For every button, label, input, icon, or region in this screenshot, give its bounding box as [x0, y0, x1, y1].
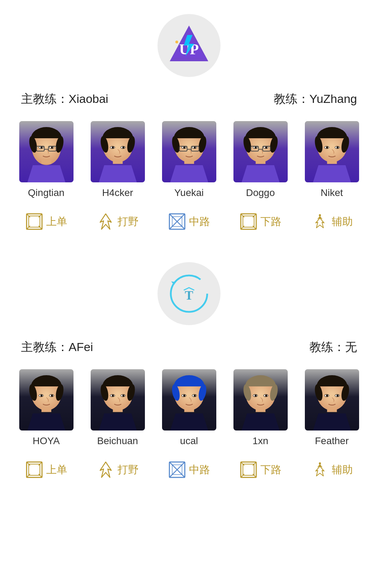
role-label-bot: 下路 [260, 215, 281, 229]
player-photo-hoya [19, 369, 74, 430]
team1-coach: 教练：YuZhang [274, 91, 357, 107]
player-name-doggo: Doggo [246, 187, 275, 198]
player-card-h4cker: H4cker [88, 121, 147, 198]
player-card-1xn: 1xn [231, 369, 290, 447]
role2-label-top: 上单 [46, 463, 67, 477]
player-name-h4cker: H4cker [102, 187, 133, 198]
player-card-yuekai: Yuekai [159, 121, 219, 198]
role-top: 上单 [25, 212, 67, 231]
role2-label-bot: 下路 [260, 463, 281, 477]
role2-label-jungle: 打野 [118, 463, 139, 477]
role2-top: 上单 [25, 461, 67, 479]
role-label-top: 上单 [46, 215, 67, 229]
role2-icon-top [25, 461, 43, 479]
role2-icon-mid [168, 461, 186, 479]
role2-mid: 中路 [168, 461, 210, 479]
player-name-hoya: HOYA [33, 435, 59, 447]
role2-icon-support [311, 461, 329, 479]
role-icon-jungle [97, 212, 115, 231]
team2-roles-row: 上单 打野 中路 [0, 454, 378, 486]
player-name-feather: Feather [315, 435, 349, 447]
player-photo-qingtian [19, 121, 74, 182]
svg-text:T: T [185, 288, 193, 302]
team2-logo: T [158, 262, 220, 325]
player-name-beichuan: Beichuan [97, 435, 138, 447]
svg-point-4 [175, 41, 178, 43]
player-photo-ucal [162, 369, 216, 430]
player-card-niket: Niket [302, 121, 362, 198]
player-photo-h4cker [91, 121, 145, 182]
team2-coaches-row: 主教练：AFei 教练：无 [0, 339, 378, 355]
team2-head-coach: 主教练：AFei [21, 339, 93, 355]
role-bot: 下路 [239, 212, 281, 231]
team1-logo: UP [158, 14, 220, 77]
role-label-support: 辅助 [332, 215, 353, 229]
role-icon-support [311, 212, 329, 231]
team1-roles-row: 上单 打野 中路 [0, 205, 378, 238]
player-name-niket: Niket [321, 187, 343, 198]
team1-coaches-row: 主教练：Xiaobai 教练：YuZhang [0, 91, 378, 107]
role-label-mid: 中路 [189, 215, 210, 229]
player-card-ucal: ucal [159, 369, 219, 447]
player-card-qingtian: Qingtian [16, 121, 76, 198]
role2-icon-bot [239, 461, 258, 479]
svg-rect-35 [243, 464, 254, 475]
player-name-yuekai: Yuekai [174, 187, 204, 198]
player-photo-1xn [233, 369, 288, 430]
role-icon-top [25, 212, 43, 231]
player-photo-niket [305, 121, 359, 182]
role-icon-bot [239, 212, 258, 231]
player-photo-beichuan [91, 369, 145, 430]
svg-point-40 [319, 462, 321, 464]
role-icon-mid [168, 212, 186, 231]
svg-rect-25 [29, 464, 40, 475]
player-card-doggo: Doggo [231, 121, 290, 198]
team2-section: T 主教练：AFei 教练：无 HOYA Beichuan [0, 255, 378, 503]
role-support: 辅助 [311, 212, 353, 231]
up-logo-svg: UP [166, 23, 212, 68]
team2-players-row: HOYA Beichuan ucal 1xn F [0, 369, 378, 447]
role-label-jungle: 打野 [118, 215, 139, 229]
tt-logo-svg: T [166, 271, 212, 316]
role2-label-mid: 中路 [189, 463, 210, 477]
player-card-beichuan: Beichuan [88, 369, 147, 447]
role2-support: 辅助 [311, 461, 353, 479]
player-card-feather: Feather [302, 369, 362, 447]
player-name-1xn: 1xn [252, 435, 268, 447]
player-photo-doggo [233, 121, 288, 182]
svg-rect-6 [29, 216, 40, 227]
team1-section: UP 主教练：Xiaobai 教练：YuZhang Qingtian [0, 0, 378, 255]
role2-icon-jungle [97, 461, 115, 479]
role-mid: 中路 [168, 212, 210, 231]
svg-point-21 [319, 214, 321, 216]
player-photo-yuekai [162, 121, 216, 182]
player-card-hoya: HOYA [16, 369, 76, 447]
team1-head-coach: 主教练：Xiaobai [21, 91, 108, 107]
team2-coach: 教练：无 [309, 339, 357, 355]
role2-bot: 下路 [239, 461, 281, 479]
player-name-ucal: ucal [180, 435, 198, 447]
role2-label-support: 辅助 [332, 463, 353, 477]
player-photo-feather [305, 369, 359, 430]
role-jungle: 打野 [97, 212, 139, 231]
team1-players-row: Qingtian H4cker Yuekai Doggo [0, 121, 378, 198]
role2-jungle: 打野 [97, 461, 139, 479]
player-name-qingtian: Qingtian [28, 187, 64, 198]
svg-rect-16 [243, 216, 254, 227]
